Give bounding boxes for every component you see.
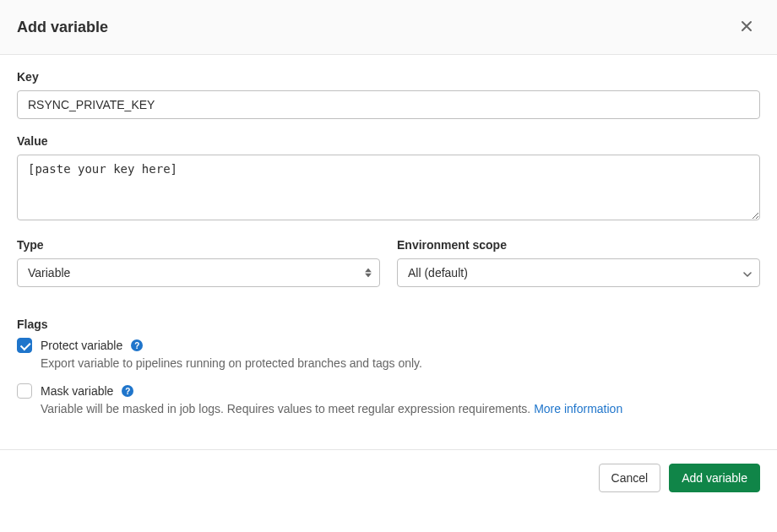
- scope-select-wrapper: All (default): [397, 258, 760, 287]
- key-label: Key: [17, 70, 760, 84]
- type-label: Type: [17, 238, 380, 252]
- key-group: Key: [17, 70, 760, 119]
- scope-group: Environment scope All (default): [397, 238, 760, 287]
- protect-flag: Protect variable ? Export variable to pi…: [17, 338, 760, 370]
- protect-checkbox[interactable]: [17, 338, 32, 353]
- more-info-link[interactable]: More information: [534, 402, 622, 415]
- modal-header: Add variable: [0, 0, 777, 55]
- flags-section: Flags Protect variable ? Export variable…: [17, 318, 760, 415]
- mask-label[interactable]: Mask variable: [41, 384, 113, 398]
- type-scope-row: Type Variable Environment scope All (def…: [17, 238, 760, 302]
- mask-description-text: Variable will be masked in job logs. Req…: [41, 402, 534, 415]
- mask-flag: Mask variable ? Variable will be masked …: [17, 383, 760, 415]
- scope-select[interactable]: All (default): [397, 258, 760, 287]
- value-textarea[interactable]: [paste your key here]: [17, 155, 760, 220]
- protect-label[interactable]: Protect variable: [41, 339, 122, 352]
- mask-checkbox[interactable]: [17, 383, 32, 399]
- flags-label: Flags: [17, 318, 760, 331]
- key-input[interactable]: [17, 90, 760, 119]
- mask-flag-header: Mask variable ?: [17, 383, 760, 399]
- type-select-wrapper: Variable: [17, 258, 380, 287]
- protect-description: Export variable to pipelines running on …: [41, 356, 760, 370]
- submit-button[interactable]: Add variable: [669, 464, 760, 492]
- value-group: Value [paste your key here]: [17, 134, 760, 223]
- modal-title: Add variable: [17, 19, 108, 36]
- help-icon[interactable]: ?: [131, 339, 143, 351]
- scope-label: Environment scope: [397, 238, 760, 252]
- type-group: Type Variable: [17, 238, 380, 287]
- value-label: Value: [17, 134, 760, 148]
- type-select[interactable]: Variable: [17, 258, 380, 287]
- cancel-button[interactable]: Cancel: [599, 464, 661, 492]
- help-icon[interactable]: ?: [122, 385, 133, 397]
- modal-footer: Cancel Add variable: [0, 449, 777, 506]
- protect-flag-header: Protect variable ?: [17, 338, 760, 353]
- close-icon: [740, 18, 753, 36]
- mask-description: Variable will be masked in job logs. Req…: [41, 402, 760, 415]
- modal-body: Key Value [paste your key here] Type Var…: [0, 55, 777, 449]
- close-button[interactable]: [733, 15, 760, 39]
